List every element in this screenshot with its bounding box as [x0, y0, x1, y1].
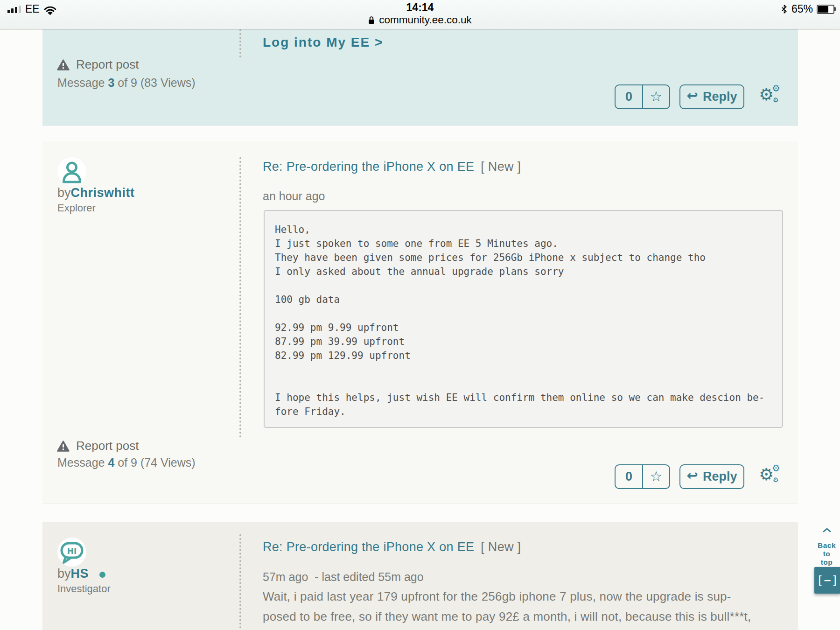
- post-timestamp: an hour ago: [263, 189, 325, 203]
- kudos-star-button[interactable]: ☆: [643, 85, 669, 108]
- collapse-thread-button[interactable]: [−]: [814, 567, 840, 594]
- new-badge: [ New ]: [481, 540, 521, 554]
- reply-arrow-icon: ↩: [687, 89, 698, 103]
- avatar[interactable]: [57, 157, 86, 186]
- post-title: Re: Pre-ordering the iPhone X on EE[ New…: [263, 160, 521, 174]
- bluetooth-icon: [781, 5, 788, 14]
- post-banner-card: Log into My EE > Report post Message 3 o…: [42, 29, 798, 126]
- by-label: by: [57, 186, 71, 200]
- reply-label: Reply: [703, 90, 737, 104]
- collapse-glyph: [−]: [816, 574, 839, 587]
- ios-status-bar: EE 14:14 community.ee.co.uk 65%: [0, 0, 840, 29]
- post-title-link[interactable]: Re: Pre-ordering the iPhone X on EE: [263, 540, 474, 554]
- reply-button[interactable]: ↩ Reply: [679, 464, 744, 489]
- warning-icon: [57, 440, 70, 452]
- author-rank: Explorer: [57, 202, 96, 214]
- by-label: by: [57, 567, 71, 581]
- author-rank: Investigator: [57, 583, 111, 595]
- lock-icon: [368, 16, 375, 24]
- message-number: 4: [108, 456, 114, 469]
- kudos-count-button[interactable]: 0: [616, 465, 643, 488]
- message-count: Message 4 of 9 (74 Views): [57, 456, 196, 469]
- reply-arrow-icon: ↩: [687, 469, 698, 483]
- message-count-suffix: of 9 (74 Views): [114, 456, 195, 469]
- message-count-suffix: of 9 (83 Views): [114, 76, 195, 89]
- post-code-block: Hello, I just spoken to some one from EE…: [264, 210, 783, 428]
- post-options-gear-icon[interactable]: ⚙ ⚙ ⚙: [759, 466, 782, 487]
- post-actions: 0 ☆ ↩ Reply ⚙ ⚙ ⚙: [615, 464, 782, 489]
- report-post-link[interactable]: Report post: [57, 439, 139, 453]
- kudos-widget: 0 ☆: [615, 464, 670, 489]
- report-post-label: Report post: [76, 439, 139, 453]
- message-count-prefix: Message: [57, 76, 108, 89]
- online-status-dot: [99, 572, 105, 578]
- login-my-ee-link[interactable]: Log into My EE >: [263, 35, 383, 50]
- post-title-link[interactable]: Re: Pre-ordering the iPhone X on EE: [263, 160, 474, 174]
- status-time: 14:14: [0, 1, 840, 14]
- new-badge: [ New ]: [481, 160, 521, 174]
- post-separator: [239, 157, 241, 438]
- address-url: community.ee.co.uk: [379, 14, 471, 26]
- kudos-widget: 0 ☆: [615, 84, 670, 109]
- back-to-top-link[interactable]: Back to top: [813, 519, 840, 567]
- person-avatar-icon: [57, 157, 86, 186]
- speech-bubble-avatar-icon: HI: [57, 538, 86, 567]
- kudos-count-button[interactable]: 0: [616, 85, 643, 108]
- battery-icon: [817, 5, 834, 14]
- post-author-link[interactable]: HS: [71, 567, 89, 581]
- post-byline: by HS: [57, 567, 105, 581]
- post-card-hs: HI by HS Investigator Re: Pre-ordering t…: [42, 522, 798, 630]
- warning-icon: [57, 59, 70, 71]
- reply-button[interactable]: ↩ Reply: [679, 84, 744, 109]
- svg-text:HI: HI: [67, 546, 77, 556]
- status-right-cluster: 65%: [781, 3, 834, 15]
- message-count: Message 3 of 9 (83 Views): [57, 76, 196, 90]
- report-post-label: Report post: [76, 57, 139, 72]
- message-count-prefix: Message: [57, 456, 108, 469]
- post-byline: by Chriswhitt: [57, 186, 135, 200]
- report-post-link[interactable]: Report post: [57, 57, 139, 72]
- back-to-top-label: Back to top: [818, 541, 836, 566]
- post-title: Re: Pre-ordering the iPhone X on EE[ New…: [263, 540, 521, 554]
- post-options-gear-icon[interactable]: ⚙ ⚙ ⚙: [759, 86, 782, 107]
- avatar[interactable]: HI: [57, 538, 86, 567]
- message-number: 3: [108, 76, 114, 89]
- gear-icon: ⚙: [772, 463, 780, 473]
- post-card-chriswhitt: by Chriswhitt Explorer Re: Pre-ordering …: [42, 141, 798, 504]
- battery-percent: 65%: [791, 3, 813, 15]
- gear-icon: ⚙: [772, 84, 780, 93]
- post-author-link[interactable]: Chriswhitt: [71, 186, 135, 200]
- address-bar[interactable]: community.ee.co.uk: [0, 14, 840, 26]
- gear-icon: ⚙: [773, 476, 779, 483]
- post-actions: 0 ☆ ↩ Reply ⚙ ⚙ ⚙: [615, 84, 782, 109]
- gear-icon: ⚙: [773, 97, 779, 103]
- post-body-text: Wait, i paid last year 179 upfront for t…: [263, 587, 751, 630]
- post-separator: [239, 534, 241, 630]
- reply-label: Reply: [703, 469, 737, 484]
- chevron-up-icon: [823, 528, 831, 532]
- kudos-star-button[interactable]: ☆: [643, 465, 669, 488]
- post-separator: [239, 29, 241, 57]
- post-timestamp: 57m ago - last edited 55m ago: [263, 570, 424, 584]
